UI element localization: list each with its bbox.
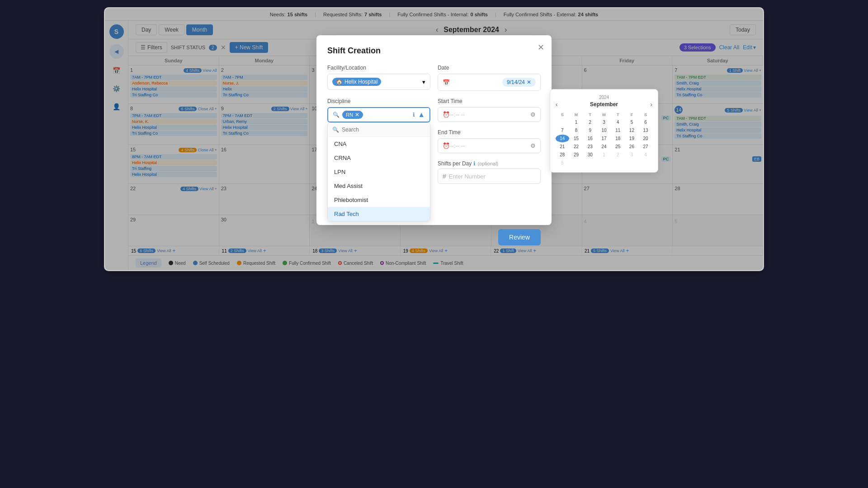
facility-home-icon: 🏠 — [336, 79, 343, 85]
mini-day-18[interactable]: 18 — [611, 135, 625, 142]
facility-tag: 🏠 Helix Hospital — [332, 78, 381, 86]
mini-cal-next[interactable]: › — [650, 101, 652, 108]
mini-day-29[interactable]: 29 — [570, 151, 583, 159]
mini-cal-prev[interactable]: ‹ — [556, 101, 558, 108]
mini-day-25[interactable]: 25 — [611, 143, 625, 150]
mini-cal-year: 2024 — [556, 95, 652, 100]
discipline-option-medassist[interactable]: Med Assist — [328, 179, 430, 193]
date-select[interactable]: 📅 9/14/24 ✕ — [438, 74, 541, 91]
mini-day-14[interactable]: 14 — [556, 135, 569, 142]
discipline-label: Discipline — [327, 98, 430, 104]
discipline-search-icon: 🔍 — [333, 112, 340, 118]
mini-day-10[interactable]: 10 — [597, 127, 611, 134]
discipline-clear-icon[interactable]: ✕ — [355, 112, 359, 118]
dropdown-search-icon: 🔍 — [332, 127, 339, 133]
end-time-group: End Time ⏰ --:-- -- ⚙ — [438, 129, 541, 157]
mini-day-13[interactable]: 13 — [639, 127, 652, 134]
facility-name: Helix Hospital — [344, 79, 377, 85]
mini-day-12[interactable]: 12 — [625, 127, 639, 134]
mini-cal-header: ‹ September › — [556, 101, 652, 108]
discipline-chevron-icon[interactable]: ▲ — [418, 111, 425, 119]
mini-day-3[interactable]: 3 — [597, 118, 611, 126]
mini-day-22[interactable]: 22 — [570, 143, 583, 150]
dropdown-search-area: 🔍 — [328, 123, 430, 137]
start-time-value: --:-- -- — [450, 111, 465, 118]
mini-day-24[interactable]: 24 — [597, 143, 611, 150]
start-time-label: Start Time — [438, 98, 541, 104]
modal-title: Shift Creation — [327, 46, 541, 56]
mini-day-21[interactable]: 21 — [556, 143, 569, 150]
date-value: 9/14/24 — [507, 79, 525, 85]
clock-icon: ⏰ — [443, 111, 450, 118]
mini-day-16[interactable]: 16 — [583, 135, 597, 142]
start-time-input[interactable]: ⏰ --:-- -- ⚙ — [438, 107, 541, 122]
review-button[interactable]: Review — [498, 229, 541, 245]
mini-day-19[interactable]: 19 — [625, 135, 639, 142]
end-time-label: End Time — [438, 129, 541, 136]
mini-day-6[interactable]: 6 — [639, 118, 652, 126]
discipline-info-icon: ℹ — [413, 112, 415, 118]
mini-day-8[interactable]: 8 — [570, 127, 583, 134]
shifts-placeholder: Enter Number — [449, 173, 486, 180]
chevron-down-icon: ▾ — [422, 79, 425, 85]
mini-day-28[interactable]: 28 — [556, 151, 569, 159]
modal-close-button[interactable]: ✕ — [538, 42, 544, 52]
shift-creation-modal: Shift Creation ✕ Facility/Location 🏠 Hel… — [316, 35, 552, 225]
mini-day-9[interactable]: 9 — [583, 127, 597, 134]
discipline-option-cna[interactable]: CNA — [328, 137, 430, 151]
end-time-settings-icon[interactable]: ⚙ — [530, 142, 536, 149]
hash-icon: # — [443, 173, 446, 180]
mini-day-23[interactable]: 23 — [583, 143, 597, 150]
discipline-search-input[interactable] — [342, 127, 425, 133]
discipline-input[interactable]: 🔍 RN ✕ ℹ ▲ 🔍 — [327, 107, 430, 122]
mini-day-4[interactable]: 4 — [611, 118, 625, 126]
mini-day-5[interactable]: 5 — [625, 118, 639, 126]
discipline-option-crna[interactable]: CRNA — [328, 151, 430, 165]
mini-cal-month: September — [590, 101, 618, 108]
time-section: Start Time ⏰ --:-- -- ⚙ End Time ⏰ — [438, 98, 541, 245]
mini-day-7[interactable]: 7 — [556, 127, 569, 134]
end-time-input[interactable]: ⏰ --:-- -- ⚙ — [438, 138, 541, 153]
shifts-per-day-group: Shifts per Day ℹ (optional) # Enter Numb… — [438, 160, 541, 184]
shifts-input[interactable]: # Enter Number — [438, 169, 541, 184]
mini-calendar: 2024 ‹ September › S M T W — [550, 89, 658, 173]
calendar-small-icon: 📅 — [443, 79, 450, 86]
mini-day-2[interactable]: 2 — [583, 118, 597, 126]
discipline-dropdown: 🔍 CNA CRNA LPN Med Assist Phlebotomist R… — [327, 122, 430, 221]
mini-day-26[interactable]: 26 — [625, 143, 639, 150]
discipline-group: Discipline 🔍 RN ✕ ℹ ▲ — [327, 98, 430, 245]
end-time-value: --:-- -- — [450, 142, 465, 149]
discipline-option-phlebotomist[interactable]: Phlebotomist — [328, 193, 430, 207]
date-label: Date — [438, 65, 541, 71]
clock-end-icon: ⏰ — [443, 142, 450, 149]
date-group: Date 📅 9/14/24 ✕ — [438, 65, 541, 91]
date-tag: 9/14/24 ✕ — [502, 78, 536, 87]
discipline-selected-value: RN — [346, 112, 353, 117]
mini-day-1[interactable]: 1 — [570, 118, 583, 126]
mini-day-20[interactable]: 20 — [639, 135, 652, 142]
shifts-per-day-label: Shifts per Day ℹ (optional) — [438, 160, 541, 167]
date-clear-icon[interactable]: ✕ — [527, 79, 531, 85]
start-time-settings-icon[interactable]: ⚙ — [530, 111, 536, 118]
discipline-option-radtech[interactable]: Rad Tech — [328, 207, 430, 221]
facility-group: Facility/Location 🏠 Helix Hospital ▾ — [327, 65, 430, 91]
mini-day-30[interactable]: 30 — [583, 151, 597, 159]
mini-cal-grid: S M T W T F S 1 2 3 — [556, 112, 652, 167]
facility-label: Facility/Location — [327, 65, 430, 71]
start-time-group: Start Time ⏰ --:-- -- ⚙ — [438, 98, 541, 126]
mini-day-15[interactable]: 15 — [570, 135, 583, 142]
facility-select[interactable]: 🏠 Helix Hospital ▾ — [327, 74, 430, 90]
mini-day-11[interactable]: 11 — [611, 127, 625, 134]
mini-day-17[interactable]: 17 — [597, 135, 611, 142]
discipline-option-lpn[interactable]: LPN — [328, 165, 430, 179]
modal-overlay: Shift Creation ✕ Facility/Location 🏠 Hel… — [105, 8, 763, 270]
shifts-info-icon: ℹ — [473, 160, 476, 167]
discipline-tag: RN ✕ — [342, 111, 363, 119]
mini-day-27[interactable]: 27 — [639, 143, 652, 150]
